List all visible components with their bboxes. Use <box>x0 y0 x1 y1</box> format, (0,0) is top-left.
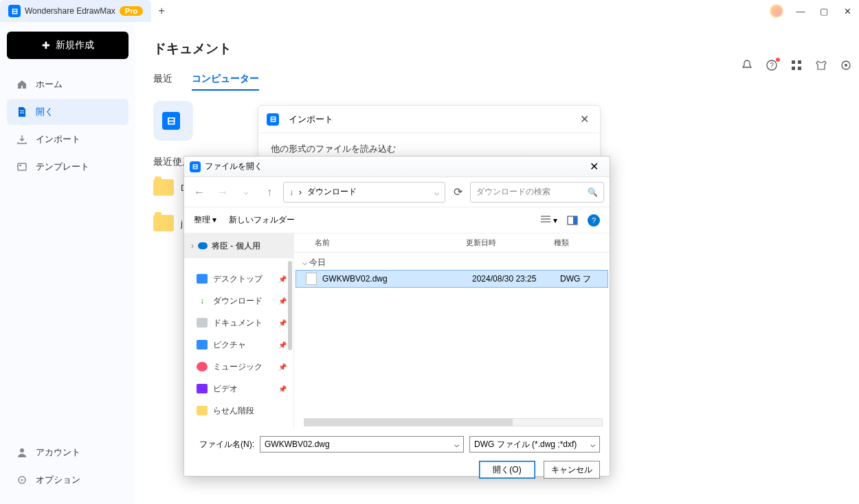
nav-up-button[interactable]: ↑ <box>260 183 279 202</box>
svg-rect-11 <box>792 67 795 70</box>
edraw-icon: ⊟ <box>190 161 201 172</box>
filename-label: ファイル名(N): <box>194 439 254 450</box>
sidebar-item-label: ホーム <box>36 78 63 91</box>
svg-rect-3 <box>19 165 21 166</box>
sidebar: ✚ 新規作成 ホーム 開く インポート テンプレート <box>0 22 135 504</box>
tree-user-node[interactable]: › 将臣 - 個人用 <box>184 233 293 258</box>
open-button[interactable]: 開く(O) <box>479 461 535 479</box>
pin-icon[interactable]: 📌 <box>278 341 287 349</box>
folder-tree: › 将臣 - 個人用 デスクトップ📌 ↓ダウンロード📌 ドキュメント📌 ピクチャ… <box>184 233 294 429</box>
chevron-right-icon: › <box>191 241 194 251</box>
download-icon: ↓ <box>197 296 208 306</box>
new-file-button[interactable]: ✚ 新規作成 <box>7 32 129 59</box>
breadcrumb-current: ダウンロード <box>307 186 357 198</box>
shirt-icon[interactable] <box>815 59 827 71</box>
file-open-dialog: ⊟ ファイルを開く ✕ ← → ⌵ ↑ ↓ › ダウンロード ⌵ ⟳ ダウンロー… <box>183 156 610 477</box>
folder-icon <box>153 179 174 196</box>
col-header-date[interactable]: 更新日時 <box>466 238 554 248</box>
file-name: GWKWBV02.dwg <box>322 274 472 284</box>
sidebar-item-open[interactable]: 開く <box>7 99 129 125</box>
col-header-type[interactable]: 種類 <box>554 238 610 248</box>
dialog-title: ファイルを開く <box>205 161 263 172</box>
refresh-button[interactable]: ⟳ <box>449 185 466 198</box>
close-button[interactable]: ✕ <box>836 0 859 22</box>
nav-recent-dropdown[interactable]: ⌵ <box>236 183 256 202</box>
import-icon <box>16 134 27 145</box>
pin-icon[interactable]: 📌 <box>278 275 287 283</box>
new-folder-button[interactable]: 新しいフォルダー <box>229 214 295 226</box>
tree-scrollbar[interactable] <box>288 261 292 350</box>
svg-point-6 <box>21 479 23 481</box>
pin-icon[interactable]: 📌 <box>278 363 287 371</box>
sidebar-item-template[interactable]: テンプレート <box>7 154 129 180</box>
help-icon[interactable]: ? <box>766 59 778 71</box>
sidebar-item-home[interactable]: ホーム <box>7 71 129 98</box>
maximize-button[interactable]: ▢ <box>812 0 836 22</box>
chevron-down-icon[interactable]: ⌵ <box>434 187 439 197</box>
tree-label: ミュージック <box>213 361 263 373</box>
new-file-label: 新規作成 <box>56 39 94 51</box>
chevron-down-icon[interactable]: ⌵ <box>454 439 459 449</box>
import-close-button[interactable]: ✕ <box>577 113 592 126</box>
folder-icon <box>197 406 208 415</box>
nav-back-button[interactable]: ← <box>190 183 209 202</box>
template-icon <box>16 161 27 172</box>
tree-label: ダウンロード <box>213 295 263 307</box>
top-toolbar: ? <box>741 59 852 71</box>
svg-point-4 <box>20 448 24 453</box>
sidebar-item-account[interactable]: アカウント <box>7 439 129 466</box>
home-icon <box>16 79 27 90</box>
breadcrumb-bar[interactable]: ↓ › ダウンロード ⌵ <box>283 182 445 203</box>
app-tab[interactable]: ⊟ Wondershare EdrawMax Pro <box>0 0 151 22</box>
tree-label: ビデオ <box>213 383 238 395</box>
preview-pane-button[interactable] <box>567 216 578 225</box>
tree-item-documents[interactable]: ドキュメント📌 <box>197 312 293 334</box>
open-browse-button[interactable]: ⊟ <box>153 101 193 141</box>
group-today[interactable]: 今日 <box>294 253 610 270</box>
sidebar-item-label: 開く <box>36 106 54 118</box>
chevron-down-icon[interactable]: ⌵ <box>590 439 595 449</box>
tab-recent[interactable]: 最近 <box>153 73 172 91</box>
horizontal-scrollbar[interactable] <box>304 418 603 426</box>
tree-label: ドキュメント <box>213 317 263 329</box>
cancel-button[interactable]: キャンセル <box>544 461 600 479</box>
grid-icon[interactable] <box>790 59 803 71</box>
pictures-icon <box>197 340 208 350</box>
view-mode-button[interactable]: ▾ <box>540 215 557 225</box>
pin-icon[interactable]: 📌 <box>278 319 287 327</box>
help-button[interactable]: ? <box>588 214 600 227</box>
new-tab-button[interactable]: + <box>151 5 172 17</box>
tree-item-music[interactable]: ミュージック📌 <box>197 356 293 378</box>
import-title: インポート <box>289 113 333 126</box>
tree-item-folder[interactable]: らせん階段 <box>197 400 293 422</box>
filetype-select[interactable]: DWG ファイル (*.dwg ;*dxf) ⌵ <box>469 436 600 453</box>
col-header-name[interactable]: 名前 <box>294 238 466 248</box>
tree-item-pictures[interactable]: ピクチャ📌 <box>197 334 293 356</box>
svg-point-14 <box>845 64 847 67</box>
tab-computer[interactable]: コンピューター <box>192 73 259 91</box>
sidebar-item-import[interactable]: インポート <box>7 126 129 152</box>
organize-dropdown[interactable]: 整理 ▾ <box>194 214 216 226</box>
dialog-close-button[interactable]: ✕ <box>583 160 604 173</box>
minimize-button[interactable]: — <box>789 0 812 22</box>
sidebar-item-options[interactable]: オプション <box>7 467 129 493</box>
file-type-icon <box>306 273 317 285</box>
pin-icon[interactable]: 📌 <box>278 297 287 305</box>
svg-rect-2 <box>18 163 26 170</box>
settings-icon[interactable] <box>840 59 852 71</box>
tree-item-desktop[interactable]: デスクトップ📌 <box>197 268 293 290</box>
search-input[interactable]: ダウンロードの検索 🔍 <box>470 182 604 203</box>
breadcrumb-sep: › <box>299 187 302 197</box>
download-icon: ↓ <box>289 187 293 197</box>
avatar-icon[interactable] <box>770 4 783 18</box>
svg-rect-12 <box>798 67 801 70</box>
page-title: ドキュメント <box>153 40 834 58</box>
bell-icon[interactable] <box>741 59 753 71</box>
filename-input[interactable]: GWKWBV02.dwg ⌵ <box>260 436 464 453</box>
music-icon <box>197 362 208 371</box>
nav-forward-button[interactable]: → <box>213 183 232 202</box>
tree-item-downloads[interactable]: ↓ダウンロード📌 <box>197 290 293 312</box>
tree-item-video[interactable]: ビデオ📌 <box>197 378 293 400</box>
pin-icon[interactable]: 📌 <box>278 385 287 393</box>
file-row[interactable]: GWKWBV02.dwg 2024/08/30 23:25 DWG フ <box>295 270 608 288</box>
